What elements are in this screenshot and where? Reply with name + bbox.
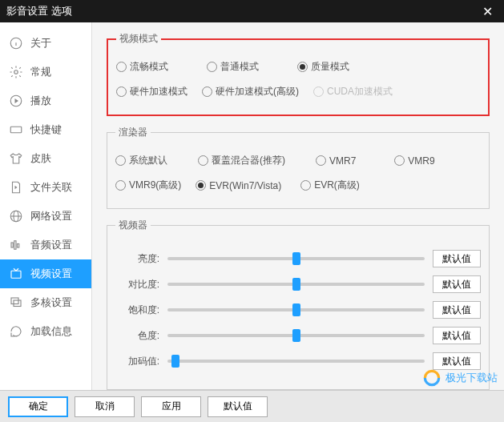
file-icon	[8, 179, 24, 195]
radio-cuda: CUDA加速模式	[313, 85, 393, 98]
ok-button[interactable]: 确定	[8, 396, 68, 417]
titlebar: 影音设置 选项 ✕	[0, 0, 504, 22]
svg-marker-10	[15, 186, 18, 190]
svg-rect-21	[14, 300, 21, 307]
radio-evr-adv[interactable]: EVR(高级)	[300, 179, 360, 192]
adjuster-group: 视频器 亮度: 默认值 对比度: 默认值 饱和度: 默认值 色度: 默认值	[107, 219, 490, 390]
svg-marker-5	[15, 98, 19, 103]
sidebar-item-file-assoc[interactable]: 文件关联	[0, 173, 91, 202]
renderer-legend: 渲染器	[115, 126, 151, 139]
slider-brightness-row: 亮度: 默认值	[115, 250, 481, 267]
renderer-group: 渲染器 系统默认 覆盖混合器(推荐) VMR7 VMR9 VMR9(高级) EV…	[107, 126, 490, 209]
sidebar-item-audio[interactable]: 音频设置	[0, 231, 91, 259]
sidebar-item-label: 常规	[30, 65, 51, 79]
video-mode-group: 视频模式 流畅模式 普通模式 质量模式 硬件加速模式 硬件加速模式(高级) CU…	[107, 32, 490, 116]
slider-gamma-row: 加码值: 默认值	[115, 352, 481, 370]
radio-hw-adv[interactable]: 硬件加速模式(高级)	[202, 85, 299, 98]
sidebar-item-network[interactable]: 网络设置	[0, 202, 91, 231]
radio-quality[interactable]: 质量模式	[297, 60, 349, 74]
globe-icon	[8, 208, 24, 224]
video-mode-legend: 视频模式	[116, 32, 161, 46]
refresh-icon	[8, 324, 24, 340]
brightness-default-button[interactable]: 默认值	[433, 250, 481, 267]
gamma-default-button[interactable]: 默认值	[433, 352, 481, 370]
sidebar: 关于 常规 播放 快捷键 皮肤 文件关联 网络设置 音频设置 视频设置 多核设置…	[0, 22, 92, 390]
audio-icon	[8, 237, 24, 253]
radio-sys-default[interactable]: 系统默认	[115, 154, 167, 167]
sidebar-item-label: 视频设置	[30, 267, 72, 281]
slider-saturation-row: 饱和度: 默认值	[115, 301, 481, 319]
sidebar-item-label: 关于	[30, 36, 51, 50]
main-area: 关于 常规 播放 快捷键 皮肤 文件关联 网络设置 音频设置 视频设置 多核设置…	[0, 22, 504, 390]
brightness-label: 亮度:	[115, 252, 159, 266]
sidebar-item-multicore[interactable]: 多核设置	[0, 288, 91, 317]
sidebar-item-about[interactable]: 关于	[0, 29, 91, 58]
gamma-slider[interactable]	[167, 360, 425, 363]
contrast-slider[interactable]	[167, 283, 425, 286]
shirt-icon	[8, 151, 24, 167]
sidebar-item-label: 快捷键	[30, 123, 62, 137]
hue-label: 色度:	[115, 329, 159, 343]
slider-thumb[interactable]	[292, 329, 300, 342]
slider-thumb[interactable]	[171, 355, 179, 368]
slider-thumb[interactable]	[292, 252, 300, 265]
adjuster-legend: 视频器	[115, 219, 151, 232]
sidebar-item-label: 音频设置	[30, 238, 72, 252]
close-icon[interactable]: ✕	[478, 4, 498, 19]
gamma-label: 加码值:	[115, 355, 159, 368]
sidebar-item-general[interactable]: 常规	[0, 58, 91, 86]
radio-evr[interactable]: EVR(Win7/Vista)	[196, 180, 281, 191]
radio-overlay[interactable]: 覆盖混合器(推荐)	[198, 154, 285, 167]
slider-contrast-row: 对比度: 默认值	[115, 275, 481, 293]
layers-icon	[8, 295, 24, 311]
radio-vmr9[interactable]: VMR9	[394, 155, 434, 167]
saturation-label: 饱和度:	[115, 303, 159, 317]
contrast-default-button[interactable]: 默认值	[433, 275, 481, 293]
hue-slider[interactable]	[167, 334, 425, 337]
sidebar-item-label: 播放	[30, 94, 51, 108]
radio-vmr9-adv[interactable]: VMR9(高级)	[115, 179, 181, 192]
sidebar-item-video[interactable]: 视频设置	[0, 259, 91, 288]
sidebar-item-playback[interactable]: 播放	[0, 86, 91, 115]
radio-normal[interactable]: 普通模式	[207, 60, 259, 74]
play-icon	[8, 93, 24, 109]
contrast-label: 对比度:	[115, 278, 159, 291]
sidebar-item-label: 网络设置	[30, 209, 72, 223]
gear-icon	[8, 64, 24, 80]
sidebar-item-hotkey[interactable]: 快捷键	[0, 115, 91, 144]
cancel-button[interactable]: 取消	[75, 396, 135, 417]
sidebar-item-skin[interactable]: 皮肤	[0, 144, 91, 173]
radio-vmr7[interactable]: VMR7	[316, 155, 356, 167]
radio-hw[interactable]: 硬件加速模式	[116, 85, 187, 98]
brightness-slider[interactable]	[167, 257, 425, 260]
keyboard-icon	[8, 122, 24, 138]
footer: 确定 取消 应用 默认值	[0, 390, 504, 422]
svg-rect-15	[14, 241, 16, 250]
svg-rect-20	[11, 298, 18, 304]
saturation-default-button[interactable]: 默认值	[433, 301, 481, 319]
window-title: 影音设置 选项	[6, 4, 72, 18]
svg-rect-16	[18, 244, 19, 248]
sidebar-item-label: 文件关联	[30, 180, 72, 195]
saturation-slider[interactable]	[167, 308, 425, 311]
sidebar-item-label: 加载信息	[30, 324, 72, 339]
sidebar-item-loadinfo[interactable]: 加载信息	[0, 317, 91, 346]
hue-default-button[interactable]: 默认值	[433, 327, 481, 344]
sidebar-item-label: 多核设置	[30, 295, 72, 310]
slider-thumb[interactable]	[292, 303, 300, 316]
slider-hue-row: 色度: 默认值	[115, 327, 481, 344]
sidebar-item-label: 皮肤	[30, 151, 51, 166]
tv-icon	[8, 266, 24, 282]
info-icon	[8, 35, 24, 51]
content-panel: 视频模式 流畅模式 普通模式 质量模式 硬件加速模式 硬件加速模式(高级) CU…	[92, 22, 504, 390]
svg-rect-6	[10, 127, 22, 133]
apply-button[interactable]: 应用	[141, 396, 201, 417]
svg-rect-17	[11, 271, 21, 278]
radio-smooth[interactable]: 流畅模式	[116, 60, 168, 74]
svg-rect-14	[11, 243, 13, 247]
default-button[interactable]: 默认值	[208, 396, 268, 417]
svg-point-3	[14, 70, 18, 74]
slider-thumb[interactable]	[292, 278, 300, 291]
